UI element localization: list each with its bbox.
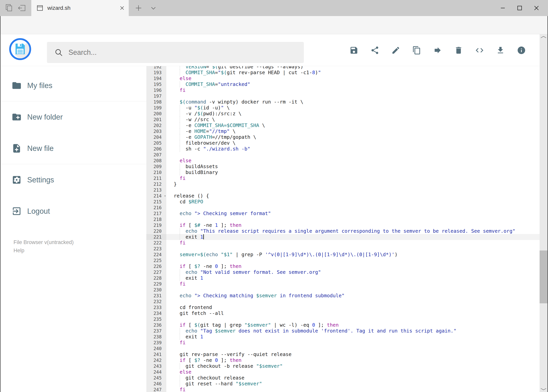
code-line[interactable]: 208 else <box>146 158 540 164</box>
info-button[interactable] <box>511 44 532 56</box>
code-line[interactable]: 246 git reset --hard "$semver" <box>146 381 540 387</box>
code-line[interactable]: 211 fi <box>146 175 540 181</box>
indent-guide <box>180 275 180 281</box>
code-button[interactable] <box>469 44 490 56</box>
line-number: 242 <box>146 357 166 363</box>
minimize-button[interactable] <box>494 0 511 16</box>
tab-close-icon[interactable] <box>118 4 126 12</box>
line-number: 225 <box>146 258 166 263</box>
move-button[interactable] <box>427 44 448 56</box>
code-line[interactable]: 237 echo "Tag $semver does not exist in … <box>146 328 540 334</box>
code-line[interactable]: 213 <box>146 187 540 193</box>
code-line[interactable]: 221 exit 1 <box>146 234 540 240</box>
code-line[interactable]: 192 VERSION="$(git describe --tags --alw… <box>146 66 540 70</box>
code-line[interactable]: 205 filebrowser/dev \ <box>146 140 540 146</box>
code-line[interactable]: 204 -e GOPATH=//tmp/gopath \ <box>146 134 540 140</box>
code-line[interactable]: 216 <box>146 205 540 210</box>
sidebar-item-new-file[interactable]: New file <box>0 133 146 164</box>
code-line[interactable]: 236 if [ $(git tag | grep "$semver" | wc… <box>146 322 540 328</box>
code-line[interactable]: 217 echo "> Checking semver format" <box>146 210 540 217</box>
scroll-down-icon[interactable] <box>540 386 548 392</box>
code-line[interactable]: 231 echo "> Checking matching $semver in… <box>146 293 540 299</box>
filebrowser-logo[interactable] <box>9 38 31 60</box>
code-line[interactable]: 227 echo "Not valid semver format. See s… <box>146 269 540 275</box>
code-line[interactable]: 214▾release () { <box>146 193 540 199</box>
code-line[interactable]: 244 else <box>146 369 540 375</box>
indent-guide <box>180 375 180 381</box>
code-line[interactable]: 201 -w //src \ <box>146 117 540 123</box>
code-editor[interactable]: 192 VERSION="$(git describe --tags --alw… <box>146 66 540 392</box>
code-line[interactable]: 209 buildAssets <box>146 164 540 169</box>
code-line[interactable]: 199 -u "$(id -u)" \ <box>146 105 540 111</box>
code-line[interactable]: 206 sh -c "./wizard.sh -b" <box>146 146 540 152</box>
page-scrollbar[interactable] <box>540 34 548 392</box>
fold-marker-icon[interactable]: ▾ <box>164 193 166 199</box>
sidebar-item-settings[interactable]: Settings <box>0 164 146 196</box>
code-line[interactable]: 203 -e HOME="//tmp" \ <box>146 128 540 134</box>
browser-tab[interactable]: wizard.sh <box>31 0 129 16</box>
tab-preview-icon[interactable] <box>4 3 14 13</box>
code-line[interactable]: 210 buildBinary <box>146 169 540 175</box>
code-line[interactable]: 225 <box>146 258 540 263</box>
code-line[interactable]: 218 <box>146 217 540 222</box>
code-line[interactable]: 202 -e COMMIT_SHA=$COMMIT_SHA \ <box>146 123 540 128</box>
code-line[interactable]: 198 $(command -v winpty) docker run --rm… <box>146 99 540 105</box>
code-line[interactable]: 229 fi <box>146 281 540 287</box>
code-line[interactable]: 197 <box>146 93 540 99</box>
line-number: 198 <box>146 99 166 105</box>
help-link[interactable]: Help <box>14 246 146 255</box>
code-line[interactable]: 215 cd $REPO <box>146 199 540 205</box>
code-line[interactable]: 220 echo "This release script requires a… <box>146 228 540 234</box>
close-window-button[interactable] <box>528 0 545 16</box>
delete-button[interactable] <box>448 44 469 56</box>
code-line[interactable]: 234 git fetch --all <box>146 310 540 316</box>
save-button[interactable] <box>343 44 364 56</box>
code-line[interactable]: 195 COMMIT_SHA="untracked" <box>146 81 540 87</box>
code-line[interactable]: 230 <box>146 287 540 293</box>
code-line[interactable]: 200 -v /$(pwd):/src:z \ <box>146 111 540 117</box>
indent-guide <box>180 169 180 175</box>
line-number: 234 <box>146 310 166 316</box>
code-line[interactable]: 232 <box>146 299 540 305</box>
sidebar-item-new-folder[interactable]: New folder <box>0 101 146 133</box>
code-line[interactable]: 243 git checkout -b release "$semver" <box>146 363 540 369</box>
line-number: 208 <box>146 158 166 164</box>
scrollbar-thumb[interactable] <box>540 251 548 303</box>
code-line[interactable]: 219 if [ $# -ne 1 ]; then <box>146 222 540 228</box>
code-line[interactable]: 193 COMMIT_SHA="$(git rev-parse HEAD | c… <box>146 70 540 76</box>
indent-guide <box>180 381 180 387</box>
edit-button[interactable] <box>385 44 406 56</box>
tab-title: wizard.sh <box>47 5 70 11</box>
code-line[interactable]: 194 else <box>146 76 540 81</box>
share-button[interactable] <box>364 44 385 56</box>
code-line[interactable]: 224 semver=$(echo "$1" | grep -P '^v(0|[… <box>146 252 540 258</box>
code-line[interactable]: 212} <box>146 181 540 187</box>
folder-plus-icon <box>12 112 22 122</box>
code-line[interactable]: 223 <box>146 246 540 252</box>
copy-button[interactable] <box>406 44 427 56</box>
search-box[interactable] <box>47 42 304 63</box>
code-line[interactable]: 247 fi <box>146 387 540 392</box>
code-line[interactable]: 233 cd frontend <box>146 305 540 310</box>
sidebar-item-logout[interactable]: Logout <box>0 196 146 227</box>
code-line[interactable]: 241 git rev-parse --verify --quiet relea… <box>146 351 540 357</box>
tab-list-chevron-icon[interactable] <box>149 3 158 13</box>
download-button[interactable] <box>490 44 511 56</box>
code-line[interactable]: 240 <box>146 346 540 351</box>
scroll-up-icon[interactable] <box>540 34 548 40</box>
code-line[interactable]: 238 exit 1 <box>146 334 540 340</box>
code-line[interactable]: 235 <box>146 316 540 322</box>
code-line[interactable]: 242 if [ $? -ne 0 ]; then <box>146 357 540 363</box>
sidebar-item-my-files[interactable]: My files <box>0 70 146 101</box>
search-input[interactable] <box>68 48 284 57</box>
code-line[interactable]: 239 fi <box>146 340 540 346</box>
code-line[interactable]: 196 fi <box>146 87 540 93</box>
code-line[interactable]: 207 <box>146 152 540 158</box>
code-line[interactable]: 228 exit 1 <box>146 275 540 281</box>
code-line[interactable]: 222 fi <box>146 240 540 246</box>
code-line[interactable]: 245 git checkout release <box>146 375 540 381</box>
code-line[interactable]: 226 if [ $? -ne 0 ]; then <box>146 263 540 269</box>
maximize-button[interactable] <box>511 0 528 16</box>
new-tab-button[interactable] <box>134 3 143 13</box>
set-tabs-aside-icon[interactable] <box>17 3 27 13</box>
